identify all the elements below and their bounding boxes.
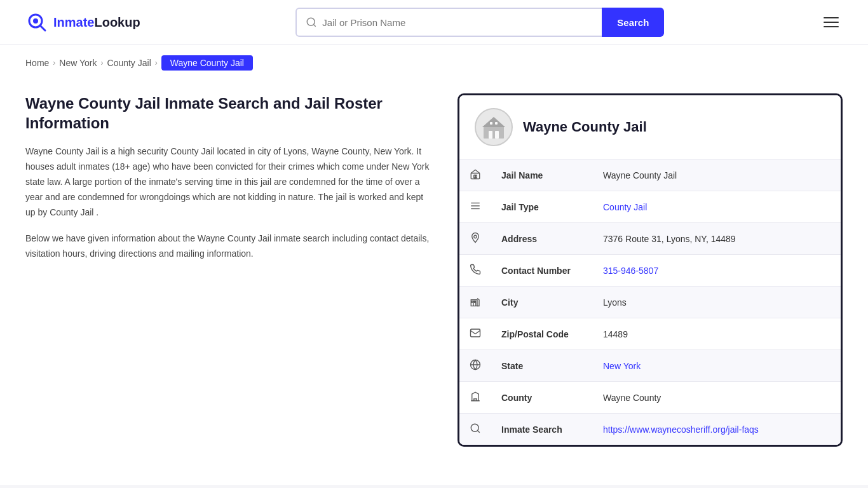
jail-info-table: Jail NameWayne County JailJail TypeCount… <box>459 159 841 445</box>
svg-rect-20 <box>475 301 476 302</box>
table-row: StateNew York <box>459 350 841 382</box>
table-cell-value[interactable]: New York <box>593 350 841 382</box>
svg-rect-8 <box>495 131 499 139</box>
page-description-1: Wayne County Jail is a high security Cou… <box>25 144 432 220</box>
svg-point-17 <box>474 235 477 238</box>
svg-line-2 <box>40 25 45 30</box>
jail-icon <box>459 159 491 191</box>
menu-button[interactable] <box>820 13 843 31</box>
search-icon <box>459 414 491 445</box>
svg-rect-10 <box>495 122 498 125</box>
logo-text: InmateLookup <box>53 15 140 30</box>
location-icon <box>459 223 491 255</box>
globe-icon <box>459 350 491 382</box>
left-column: Wayne County Jail Inmate Search and Jail… <box>25 93 432 262</box>
table-cell-value[interactable]: 315-946-5807 <box>593 255 841 287</box>
svg-marker-6 <box>482 117 505 127</box>
table-cell-value: Wayne County <box>593 382 841 414</box>
table-cell-label: Inmate Search <box>491 414 593 445</box>
breadcrumb-type[interactable]: County Jail <box>107 58 151 68</box>
search-bar: Search <box>295 8 664 37</box>
page-description-2: Below we have given information about th… <box>25 231 432 262</box>
breadcrumb-state[interactable]: New York <box>59 58 97 68</box>
hamburger-line-3 <box>824 26 839 27</box>
jail-avatar <box>475 108 513 146</box>
svg-rect-5 <box>484 126 504 139</box>
svg-line-25 <box>477 430 479 432</box>
svg-point-1 <box>33 18 38 24</box>
page-title: Wayne County Jail Inmate Search and Jail… <box>25 93 432 133</box>
table-row: Address7376 Route 31, Lyons, NY, 14489 <box>459 223 841 255</box>
jail-info-card: Wayne County Jail Jail NameWayne County … <box>458 93 843 447</box>
svg-rect-13 <box>475 175 477 179</box>
table-row: Contact Number315-946-5807 <box>459 255 841 287</box>
breadcrumb-home[interactable]: Home <box>25 58 49 68</box>
breadcrumb-current: Wayne County Jail <box>161 55 253 71</box>
search-input-wrapper <box>295 8 602 37</box>
svg-point-3 <box>308 18 315 25</box>
table-cell-value[interactable]: County Jail <box>593 191 841 223</box>
table-cell-label: City <box>491 287 593 318</box>
table-row: CityLyons <box>459 287 841 318</box>
mail-icon <box>459 318 491 350</box>
main-layout: Wayne County Jail Inmate Search and Jail… <box>0 81 868 459</box>
svg-rect-9 <box>490 122 492 125</box>
table-cell-label: Zip/Postal Code <box>491 318 593 350</box>
table-row: Jail NameWayne County Jail <box>459 159 841 191</box>
hamburger-line-1 <box>824 17 839 18</box>
city-icon <box>459 287 491 318</box>
page-footer <box>0 485 868 488</box>
breadcrumb-sep-1: › <box>53 58 55 67</box>
search-input[interactable] <box>322 17 593 28</box>
table-cell-value[interactable]: https://www.waynecosheriff.org/jail-faqs <box>593 414 841 445</box>
svg-rect-21 <box>471 329 480 337</box>
logo[interactable]: InmateLookup <box>25 11 140 34</box>
card-header: Wayne County Jail <box>459 95 841 159</box>
table-cell-value: 14489 <box>593 318 841 350</box>
table-cell-value: Wayne County Jail <box>593 159 841 191</box>
logo-icon <box>25 11 48 34</box>
list-icon <box>459 191 491 223</box>
card-jail-name: Wayne County Jail <box>523 119 647 135</box>
table-row: Zip/Postal Code14489 <box>459 318 841 350</box>
svg-rect-7 <box>489 131 492 139</box>
county-icon <box>459 382 491 414</box>
search-icon <box>306 17 317 28</box>
phone-icon <box>459 255 491 287</box>
site-header: InmateLookup Search <box>0 0 868 45</box>
table-cell-label: Contact Number <box>491 255 593 287</box>
svg-rect-19 <box>472 301 473 302</box>
table-row: Inmate Searchhttps://www.waynecosheriff.… <box>459 414 841 445</box>
table-row: CountyWayne County <box>459 382 841 414</box>
table-cell-label: County <box>491 382 593 414</box>
svg-line-4 <box>314 24 316 26</box>
table-cell-label: State <box>491 350 593 382</box>
building-icon <box>480 113 508 141</box>
breadcrumb-sep-2: › <box>101 58 104 67</box>
breadcrumb: Home › New York › County Jail › Wayne Co… <box>0 45 868 81</box>
table-cell-label: Jail Type <box>491 191 593 223</box>
table-cell-label: Jail Name <box>491 159 593 191</box>
breadcrumb-sep-3: › <box>155 58 158 67</box>
svg-point-24 <box>471 424 478 431</box>
table-cell-value: Lyons <box>593 287 841 318</box>
table-cell-label: Address <box>491 223 593 255</box>
table-row: Jail TypeCounty Jail <box>459 191 841 223</box>
hamburger-line-2 <box>824 22 839 23</box>
table-cell-value: 7376 Route 31, Lyons, NY, 14489 <box>593 223 841 255</box>
search-button[interactable]: Search <box>602 8 664 37</box>
